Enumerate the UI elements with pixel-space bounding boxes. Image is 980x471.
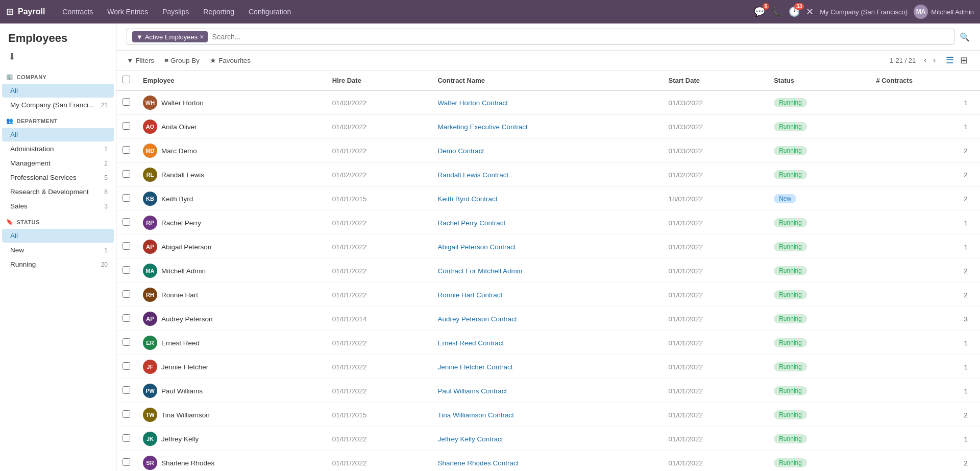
groupby-button[interactable]: ≡ Group By [164, 57, 200, 64]
row-checkbox[interactable] [122, 122, 130, 130]
filters-button[interactable]: ▼ Filters [127, 57, 154, 64]
row-checkbox[interactable] [122, 266, 130, 274]
row-checkbox[interactable] [122, 386, 130, 394]
nav-reporting[interactable]: Reporting [196, 0, 241, 23]
sidebar-item-professional-services[interactable]: Professional Services 5 [2, 171, 114, 184]
sidebar-item-mycompany[interactable]: My Company (San Franci... 21 [2, 98, 114, 112]
row-checkbox[interactable] [122, 218, 130, 226]
close-icon[interactable]: ✕ [806, 6, 814, 17]
search-icon[interactable]: 🔍 [960, 32, 970, 42]
sidebar-item-dept-all[interactable]: All [2, 128, 114, 142]
row-checkbox[interactable] [122, 194, 130, 202]
employee-name[interactable]: Anita Oliver [161, 123, 197, 131]
employee-name[interactable]: Rachel Perry [161, 219, 201, 227]
nav-configuration[interactable]: Configuration [241, 0, 298, 23]
sidebar-item-company-all[interactable]: All [2, 84, 114, 98]
sidebar-item-administration[interactable]: Administration 1 [2, 142, 114, 156]
filter-tag-remove[interactable]: × [200, 33, 204, 41]
col-status[interactable]: Status [768, 70, 870, 90]
employee-name[interactable]: Tina Williamson [161, 411, 210, 419]
active-employees-filter-tag[interactable]: ▼ Active Employees × [132, 31, 208, 42]
start-date-value: 01/01/2022 [669, 339, 703, 347]
search-input[interactable] [212, 33, 949, 41]
employee-name[interactable]: Paul Williams [161, 387, 203, 395]
employee-name[interactable]: Walter Horton [161, 99, 204, 107]
row-checkbox[interactable] [122, 290, 130, 298]
employee-name[interactable]: Ronnie Hart [161, 291, 198, 299]
row-checkbox[interactable] [122, 314, 130, 322]
page-title: Employees [0, 23, 116, 49]
contract-name-value[interactable]: Ernest Reed Contract [437, 339, 504, 347]
employee-name[interactable]: Keith Byrd [161, 195, 193, 203]
user-menu[interactable]: MA Mitchell Admin [914, 5, 974, 19]
grid-icon[interactable]: ⊞ [6, 6, 14, 17]
contract-name-value[interactable]: Jeffrey Kelly Contract [437, 435, 503, 443]
employee-name[interactable]: Randall Lewis [161, 171, 204, 179]
row-checkbox-cell [116, 403, 137, 427]
nav-contracts[interactable]: Contracts [55, 0, 100, 23]
col-start-date[interactable]: Start Date [663, 70, 768, 90]
phone-icon[interactable]: 📞 [771, 6, 782, 17]
sidebar-item-status-running[interactable]: Running 20 [2, 257, 114, 271]
row-checkbox[interactable] [122, 434, 130, 442]
hire-date-cell: 01/01/2022 [326, 283, 432, 307]
col-hire-date[interactable]: Hire Date [326, 70, 432, 90]
contract-name-value[interactable]: Contract For Mitchell Admin [437, 267, 522, 275]
contract-name-value[interactable]: Ronnie Hart Contract [437, 291, 502, 299]
row-checkbox[interactable] [122, 242, 130, 250]
sidebar-item-management[interactable]: Management 2 [2, 156, 114, 170]
row-checkbox[interactable] [122, 458, 130, 466]
row-checkbox[interactable] [122, 362, 130, 370]
prev-page-button[interactable]: ‹ [922, 55, 928, 66]
row-checkbox[interactable] [122, 410, 130, 418]
contract-name-value[interactable]: Abigail Peterson Contract [437, 243, 516, 251]
employee-avatar: RH [143, 288, 157, 302]
col-employee[interactable]: Employee [137, 70, 326, 90]
contract-name-value[interactable]: Marketing Executive Contract [437, 123, 527, 131]
contract-name-value[interactable]: Tina Williamson Contract [437, 411, 514, 419]
activity-icon[interactable]: 🕐 33 [789, 6, 800, 17]
sidebar-item-label: Sales [10, 202, 28, 210]
nav-work-entries[interactable]: Work Entries [100, 0, 155, 23]
contract-name-value[interactable]: Walter Horton Contract [437, 99, 508, 107]
employee-name[interactable]: Abigail Peterson [161, 243, 211, 251]
hire-date-cell: 01/01/2022 [326, 331, 432, 355]
sidebar-item-research-development[interactable]: Research & Development 8 [2, 185, 114, 199]
col-contract-name[interactable]: Contract Name [431, 70, 662, 90]
sidebar-item-label: Professional Services [10, 174, 77, 181]
employee-name[interactable]: Marc Demo [161, 147, 197, 155]
contracts-count: 2 [964, 195, 968, 203]
col-contracts[interactable]: # Contracts [870, 70, 980, 90]
row-checkbox[interactable] [122, 98, 130, 106]
kanban-view-button[interactable]: ⊞ [958, 54, 970, 67]
nav-payslips[interactable]: Payslips [155, 0, 196, 23]
employee-name[interactable]: Mitchell Admin [161, 267, 206, 275]
contract-name-value[interactable]: Randall Lewis Contract [437, 171, 508, 179]
chat-icon[interactable]: 💬 5 [754, 6, 765, 17]
sidebar-item-status-all[interactable]: All [2, 229, 114, 243]
sidebar-item-status-new[interactable]: New 1 [2, 243, 114, 257]
row-checkbox[interactable] [122, 170, 130, 178]
employee-name[interactable]: Audrey Peterson [161, 315, 213, 323]
row-checkbox[interactable] [122, 146, 130, 154]
next-page-button[interactable]: › [931, 55, 938, 66]
start-date-value: 01/01/2022 [669, 315, 703, 323]
employee-name[interactable]: Ernest Reed [161, 339, 200, 347]
select-all-checkbox[interactable] [122, 76, 130, 83]
contract-name-value[interactable]: Keith Byrd Contract [437, 195, 497, 203]
row-checkbox[interactable] [122, 338, 130, 346]
contract-name-value[interactable]: Rachel Perry Contract [437, 219, 505, 227]
contract-name-value[interactable]: Jennie Fletcher Contract [437, 363, 512, 371]
contract-name-value[interactable]: Demo Contract [437, 147, 484, 155]
contract-name-value[interactable]: Paul Williams Contract [437, 387, 507, 395]
employee-name[interactable]: Jeffrey Kelly [161, 435, 199, 443]
employee-name[interactable]: Sharlene Rhodes [161, 459, 214, 467]
favourites-button[interactable]: ★ Favourites [210, 56, 251, 64]
sidebar-item-sales[interactable]: Sales 3 [2, 199, 114, 213]
download-icon[interactable]: ⬇ [0, 49, 116, 68]
row-checkbox-cell [116, 163, 137, 187]
contract-name-value[interactable]: Audrey Peterson Contract [437, 315, 517, 323]
employee-name[interactable]: Jennie Fletcher [161, 363, 208, 371]
list-view-button[interactable]: ☰ [944, 54, 956, 67]
contract-name-value[interactable]: Sharlene Rhodes Contract [437, 459, 519, 467]
